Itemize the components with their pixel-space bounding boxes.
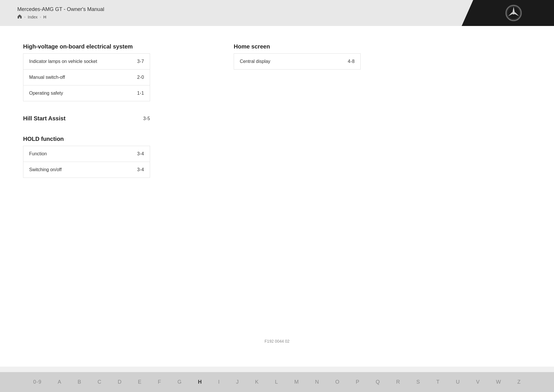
doc-number: F192 0044 02 [265,339,289,344]
item-label: Function [29,151,47,156]
right-column: Home screen Central display 4›8 [234,43,427,178]
alpha-item-s[interactable]: S [408,377,428,387]
section-hill-start: Hill Start Assist 3›5 [23,113,216,124]
list-item[interactable]: Manual switch-off 2›0 [23,70,150,85]
page-title: Mercedes-AMG GT - Owner's Manual [17,6,104,12]
list-item[interactable]: Operating safety 1›1 [23,85,150,101]
header: Mercedes-AMG GT - Owner's Manual › Index… [0,0,554,26]
section-hold-function: HOLD function Function 3›4 Switching on/… [23,136,216,178]
alpha-item-r[interactable]: R [388,377,408,387]
breadcrumb-current: H [43,15,46,19]
alpha-item-09[interactable]: 0-9 [25,377,50,387]
section-title-hill-start: Hill Start Assist [23,115,65,122]
alpha-item-f[interactable]: F [150,377,169,387]
item-page: 3›4 [137,167,144,172]
item-label: Indicator lamps on vehicle socket [29,59,97,64]
alpha-item-a[interactable]: A [50,377,70,387]
list-item[interactable]: Indicator lamps on vehicle socket 3›7 [23,54,150,70]
item-page: 3›7 [137,59,144,64]
alpha-item-u[interactable]: U [448,377,468,387]
content-grid: High-voltage on-board electrical system … [23,43,427,178]
alpha-item-g[interactable]: G [169,377,190,387]
alpha-item-n[interactable]: N [307,377,327,387]
index-table-home-screen: Central display 4›8 [234,53,361,70]
main-content: High-voltage on-board electrical system … [0,26,554,367]
section-high-voltage: High-voltage on-board electrical system … [23,43,216,101]
alpha-item-l[interactable]: L [267,377,286,387]
breadcrumb-index[interactable]: Index [28,15,38,19]
list-item[interactable]: Switching on/off 3›4 [23,162,150,178]
section-title-home-screen: Home screen [234,43,427,50]
standalone-entry-hill-start[interactable]: Hill Start Assist 3›5 [23,113,150,124]
alpha-item-d[interactable]: D [110,377,130,387]
alpha-item-t[interactable]: T [428,377,448,387]
item-page: 3›4 [137,151,144,156]
item-page: 2›0 [137,75,144,80]
alpha-item-o[interactable]: O [327,377,348,387]
item-label: Central display [240,59,270,64]
alpha-item-h[interactable]: H [190,377,210,387]
item-page: 1›1 [137,91,144,96]
alpha-item-p[interactable]: P [348,377,368,387]
alpha-item-q[interactable]: Q [368,377,388,387]
section-title-high-voltage: High-voltage on-board electrical system [23,43,216,50]
home-icon[interactable] [17,14,22,20]
alpha-item-k[interactable]: K [247,377,267,387]
list-item[interactable]: Function 3›4 [23,146,150,162]
breadcrumb-separator-2: › [40,15,41,19]
alphabet-bar: 0-9 A B C D E F G H I J K L M N O P Q R … [0,372,554,392]
header-left: Mercedes-AMG GT - Owner's Manual › Index… [17,6,104,20]
section-title-hold-function: HOLD function [23,136,216,142]
breadcrumb: › Index › H [17,14,104,20]
left-column: High-voltage on-board electrical system … [23,43,216,178]
index-table-high-voltage: Indicator lamps on vehicle socket 3›7 Ma… [23,53,150,101]
alpha-item-v[interactable]: V [468,377,488,387]
alpha-item-w[interactable]: W [488,377,509,387]
breadcrumb-separator-1: › [24,15,25,19]
item-page: 3›5 [143,116,150,121]
svg-point-2 [512,12,515,14]
list-item[interactable]: Central display 4›8 [234,54,360,69]
alpha-item-m[interactable]: M [286,377,307,387]
alpha-item-z[interactable]: Z [509,377,529,387]
section-home-screen: Home screen Central display 4›8 [234,43,427,70]
item-label: Manual switch-off [29,75,65,80]
alpha-item-c[interactable]: C [89,377,110,387]
alpha-item-e[interactable]: E [130,377,150,387]
item-label: Switching on/off [29,167,62,172]
alpha-item-b[interactable]: B [70,377,89,387]
item-label: Operating safety [29,91,63,96]
mercedes-logo [462,0,554,26]
alpha-item-i[interactable]: I [210,377,228,387]
index-table-hold-function: Function 3›4 Switching on/off 3›4 [23,146,150,178]
alpha-item-j[interactable]: J [228,377,247,387]
item-page: 4›8 [348,59,355,64]
mercedes-star-icon [505,4,522,22]
